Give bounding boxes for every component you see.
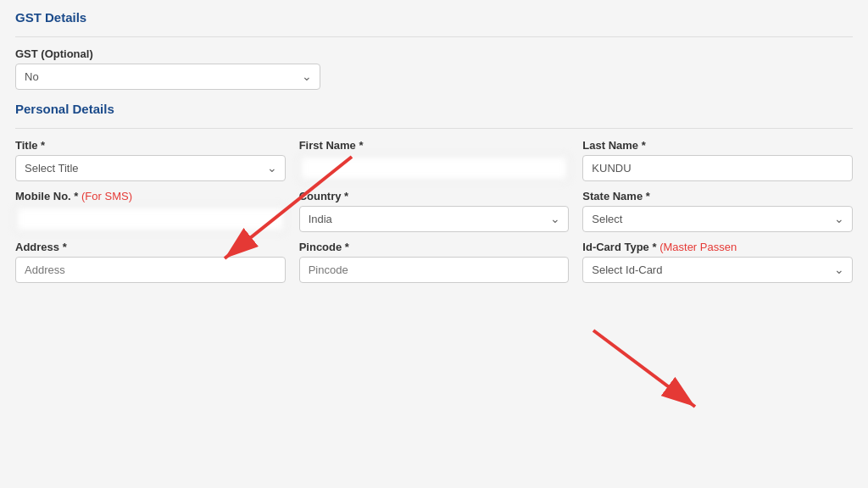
gst-label: GST (Optional) (15, 47, 320, 60)
personal-form-grid: Title * Select Title Mr Mrs Ms Dr First … (15, 139, 853, 283)
pincode-field: Pincode * (299, 241, 570, 283)
last-name-field: Last Name * (582, 139, 853, 181)
state-select-wrapper: Select (582, 206, 853, 232)
first-name-input[interactable] (299, 155, 570, 181)
title-label: Title * (15, 139, 286, 152)
address-label: Address * (15, 241, 286, 253)
mobile-field: Mobile No. * (For SMS) (15, 190, 286, 232)
id-card-label-main: Id-Card Type * (582, 241, 656, 253)
country-field: Country * India USA UK (299, 190, 570, 232)
mobile-label: Mobile No. * (For SMS) (15, 190, 286, 202)
address-input[interactable] (15, 257, 286, 283)
title-field: Title * Select Title Mr Mrs Ms Dr (15, 139, 286, 181)
form-container: GST Details GST (Optional) No Yes Person… (0, 0, 868, 488)
gst-section: GST Details GST (Optional) No Yes (15, 10, 853, 90)
svg-line-3 (593, 330, 695, 407)
mobile-label-main: Mobile No. * (15, 190, 78, 202)
gst-section-header: GST Details (15, 10, 853, 28)
pincode-input[interactable] (299, 257, 570, 283)
country-select[interactable]: India USA UK (299, 206, 570, 232)
id-card-select-wrapper: Select Id-Card (582, 257, 853, 283)
personal-section-header: Personal Details (15, 102, 853, 119)
country-label: Country * (299, 190, 570, 202)
personal-section: Personal Details Title * Select Title Mr… (15, 102, 853, 283)
title-select-wrapper: Select Title Mr Mrs Ms Dr (15, 155, 286, 181)
id-card-select[interactable]: Select Id-Card (582, 257, 853, 283)
title-select[interactable]: Select Title Mr Mrs Ms Dr (15, 155, 286, 181)
gst-select-wrapper: No Yes (15, 64, 320, 90)
address-field: Address * (15, 241, 286, 283)
mobile-sms-note: (For SMS) (81, 190, 132, 202)
first-name-label: First Name * (299, 139, 570, 152)
country-select-wrapper: India USA UK (299, 206, 570, 232)
gst-field: GST (Optional) No Yes (15, 47, 320, 90)
last-name-label: Last Name * (582, 139, 853, 152)
mobile-input[interactable] (15, 206, 286, 232)
gst-select[interactable]: No Yes (15, 64, 320, 90)
id-card-master-note: (Master Passen (659, 241, 737, 253)
last-name-input[interactable] (582, 155, 853, 181)
state-select[interactable]: Select (582, 206, 853, 232)
state-field: State Name * Select (582, 190, 853, 232)
first-name-field: First Name * (299, 139, 570, 181)
id-card-label: Id-Card Type * (Master Passen (582, 241, 853, 253)
id-card-field: Id-Card Type * (Master Passen Select Id-… (582, 241, 853, 283)
pincode-label: Pincode * (299, 241, 570, 253)
state-label: State Name * (582, 190, 853, 202)
